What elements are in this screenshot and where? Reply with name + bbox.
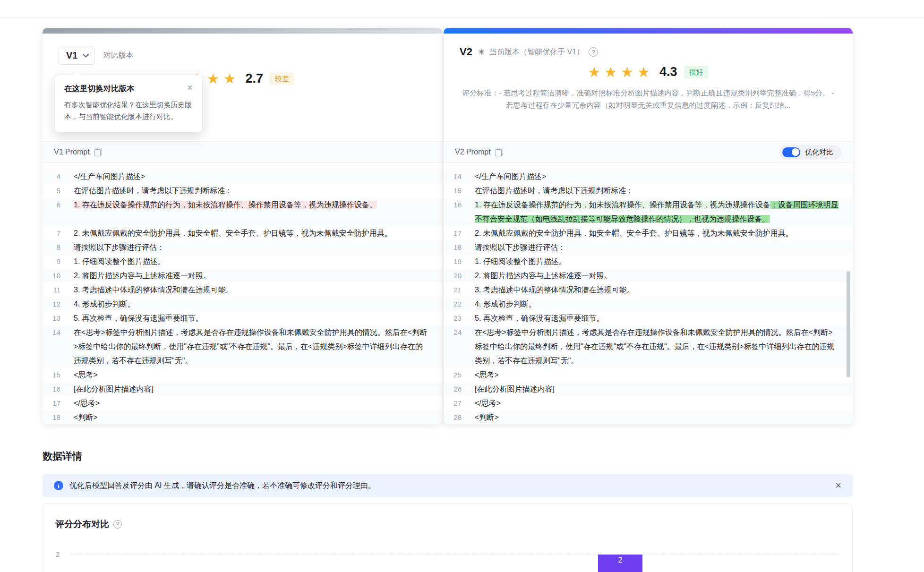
- line-number: 28: [444, 410, 462, 424]
- line-number: 5: [43, 184, 60, 198]
- code-line: 113. 考虑描述中体现的整体情况和潜在违规可能。: [43, 283, 442, 297]
- v2-prompt-toolbar: V2 Prompt 优化对比: [444, 141, 853, 163]
- bar-value-label: 2: [618, 556, 623, 564]
- line-number: 24: [444, 325, 462, 340]
- line-text: <判断>: [475, 410, 513, 424]
- diff-toggle-label: 优化对比: [805, 148, 833, 157]
- line-text: [在此分析图片描述内容]: [74, 382, 168, 396]
- code-line: 5在评估图片描述时，请考虑以下违规判断标准：: [43, 184, 442, 198]
- line-text: </生产车间图片描述>: [74, 170, 159, 184]
- code-line: 8请按照以下步骤进行评估：: [43, 240, 442, 255]
- v1-version-dropdown[interactable]: V1: [59, 46, 94, 65]
- page: V1 对比版本 ★★★ 2.7 较差 在这里切换对比版本 × 有多: [0, 0, 924, 572]
- line-text: 1. 存在违反设备操作规范的行为，如未按流程操作、操作禁用设备等，视为违规操作设…: [74, 198, 391, 212]
- line-text: 1. 仔细阅读整个图片描述。: [74, 255, 180, 269]
- sparkle-icon: ✳: [478, 47, 485, 57]
- v1-prompt-toolbar: V1 Prompt: [43, 141, 442, 163]
- help-icon[interactable]: ?: [589, 47, 598, 57]
- line-text: 4. 形成初步判断。: [475, 297, 550, 311]
- code-line: 124. 形成初步判断。: [43, 297, 442, 311]
- line-text: 在评估图片描述时，请考虑以下违规判断标准：: [475, 184, 648, 198]
- line-number: 19: [444, 255, 462, 269]
- code-line: 224. 形成初步判断。: [444, 297, 853, 311]
- line-text: 2. 将图片描述内容与上述标准逐一对照。: [475, 269, 626, 283]
- v2-version-label: V2: [460, 46, 472, 58]
- line-number: 20: [444, 269, 462, 283]
- divider: [0, 17, 924, 18]
- v2-panel: V2 ✳ 当前版本（智能优化于 V1） ? ★★★★ 4.3 很好 评分标准：-…: [444, 28, 853, 424]
- line-number: 17: [43, 396, 60, 410]
- code-line: 161. 存在违反设备操作规范的行为，如未按流程操作、操作禁用设备等，视为违规操…: [444, 198, 853, 226]
- line-number: 8: [43, 240, 60, 255]
- v1-panel: V1 对比版本 ★★★ 2.7 较差 在这里切换对比版本 × 有多: [43, 28, 442, 424]
- line-text: <思考>: [475, 368, 513, 382]
- line-number: 14: [43, 325, 60, 340]
- line-number: 18: [444, 240, 462, 255]
- v1-score: 2.7: [246, 71, 264, 86]
- line-text: 1. 仔细阅读整个图片描述。: [475, 255, 581, 269]
- v2-prompt-code[interactable]: 14</生产车间图片描述>15在评估图片描述时，请考虑以下违规判断标准：161.…: [444, 163, 853, 424]
- banner-text: 优化后模型回答及评分由 AI 生成，请确认评分是否准确，若不准确可修改评分和评分…: [69, 481, 376, 491]
- v2-rating: ★★★★ 4.3 很好: [444, 65, 853, 79]
- code-line: 213. 考虑描述中体现的整体情况和潜在违规可能。: [444, 283, 853, 297]
- code-line: 26[在此分析图片描述内容]: [444, 382, 853, 396]
- v1-panel-header: V1 对比版本 ★★★ 2.7 较差 在这里切换对比版本 × 有多: [43, 34, 442, 141]
- line-text: 在<思考>标签中分析图片描述，考虑其是否存在违规操作设备和未佩戴安全防护用具的情…: [475, 325, 853, 368]
- v1-prompt-code[interactable]: 4</生产车间图片描述>5在评估图片描述时，请考虑以下违规判断标准：61. 存在…: [43, 163, 442, 424]
- v2-accent-bar: [444, 28, 853, 34]
- tooltip-title: 在这里切换对比版本: [64, 84, 135, 94]
- line-number: 18: [43, 410, 60, 424]
- line-number: 6: [43, 198, 60, 212]
- code-line: 27</思考>: [444, 396, 853, 410]
- code-line: 18请按照以下步骤进行评估：: [444, 240, 853, 255]
- code-line: 172. 未佩戴应佩戴的安全防护用具，如安全帽、安全手套、护目镜等，视为未佩戴安…: [444, 226, 853, 240]
- line-number: 15: [43, 368, 60, 382]
- chevron-down-icon: [83, 51, 89, 58]
- line-number: 21: [444, 283, 462, 297]
- scrollbar-thumb[interactable]: [847, 271, 850, 377]
- tooltip-close-icon[interactable]: ×: [187, 83, 193, 92]
- line-number: 23: [444, 311, 462, 325]
- v1-score-badge: 较差: [270, 72, 294, 85]
- code-line: 15<思考>: [43, 368, 442, 382]
- v2-panel-header: V2 ✳ 当前版本（智能优化于 V1） ? ★★★★ 4.3 很好 评分标准：-…: [444, 34, 853, 141]
- code-line: 16[在此分析图片描述内容]: [43, 382, 442, 396]
- code-line: 4</生产车间图片描述>: [43, 170, 442, 184]
- y-axis-tick: 2: [56, 550, 60, 558]
- copy-icon[interactable]: [94, 148, 102, 156]
- line-text: 1. 存在违反设备操作规范的行为，如未按流程操作、操作禁用设备等，视为违规操作设…: [475, 198, 853, 226]
- line-number: 25: [444, 368, 462, 382]
- line-text: <思考>: [74, 368, 112, 382]
- v1-accent-bar: [43, 28, 442, 34]
- diff-toggle-pill: 优化对比: [779, 145, 841, 160]
- line-number: 9: [43, 255, 60, 269]
- line-number: 4: [43, 170, 60, 184]
- code-line: 191. 仔细阅读整个图片描述。: [444, 255, 853, 269]
- line-text: <判断>: [74, 410, 112, 424]
- line-text: 3. 考虑描述中体现的整体情况和潜在违规可能。: [74, 283, 248, 297]
- score-distribution-card: 评分分布对比 ? 2 2: [43, 504, 853, 572]
- line-text: 4. 形成初步判断。: [74, 297, 149, 311]
- line-text: </思考>: [475, 396, 515, 410]
- copy-icon[interactable]: [496, 148, 503, 156]
- line-number: 13: [43, 311, 60, 325]
- line-number: 11: [43, 283, 60, 297]
- line-text: 5. 再次检查，确保没有遗漏重要细节。: [74, 311, 217, 325]
- compare-version-label: 对比版本: [103, 51, 133, 60]
- line-number: 27: [444, 396, 462, 410]
- line-number: 10: [43, 269, 60, 283]
- data-details-title: 数据详情: [43, 450, 82, 463]
- v2-current-version-label: 当前版本（智能优化于 V1）: [489, 47, 584, 57]
- diff-toggle-switch[interactable]: [782, 147, 800, 157]
- line-number: 14: [444, 170, 462, 184]
- line-number: 12: [43, 297, 60, 311]
- line-number: 16: [43, 382, 60, 396]
- line-text: 3. 考虑描述中体现的整体情况和潜在违规可能。: [475, 283, 649, 297]
- v2-score-criteria: 评分标准：- 若思考过程简洁清晰，准确对照标准分析图片描述内容，判断正确且违规类…: [462, 87, 835, 111]
- v2-score-badge: 很好: [684, 66, 709, 79]
- code-line: 17</思考>: [43, 396, 442, 410]
- code-line: 235. 再次检查，确保没有遗漏重要细节。: [444, 311, 853, 325]
- banner-close-icon[interactable]: ×: [835, 480, 841, 491]
- code-line: 202. 将图片描述内容与上述标准逐一对照。: [444, 269, 853, 283]
- gridline: [70, 555, 840, 555]
